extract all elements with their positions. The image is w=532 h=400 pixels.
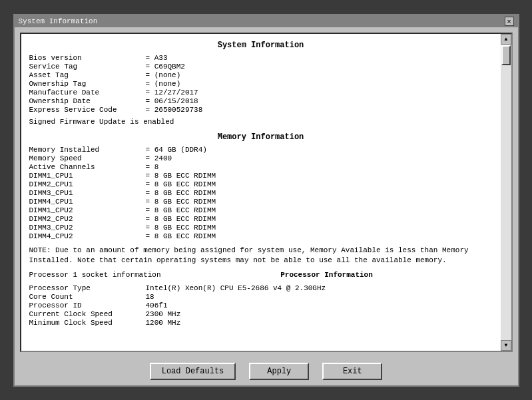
bios-field-label: Service Tag xyxy=(29,63,146,71)
bios-field-row: Service Tag= C69QBM2 xyxy=(29,63,493,71)
processor-field-value: 1200 MHz xyxy=(146,319,181,327)
memory-field-row: DIMM2_CPU2= 8 GB ECC RDIMM xyxy=(29,215,493,223)
bios-field-label: Manufacture Date xyxy=(29,89,146,97)
bios-field-row: Express Service Code= 26500529738 xyxy=(29,106,493,114)
bios-field-value: = A33 xyxy=(146,54,168,62)
bios-field-row: Manufacture Date= 12/27/2017 xyxy=(29,89,493,97)
scroll-area[interactable]: System Information Bios version= A33Serv… xyxy=(21,34,501,351)
title-bar: System Information ✕ xyxy=(15,15,518,27)
load-defaults-button[interactable]: Load Defaults xyxy=(150,363,236,380)
system-information-window: System Information ✕ System Information … xyxy=(13,14,519,387)
memory-field-label: DIMM1_CPU2 xyxy=(29,206,146,214)
memory-fields: Memory Installed= 64 GB (DDR4)Memory Spe… xyxy=(29,146,493,240)
memory-field-row: DIMM4_CPU2= 8 GB ECC RDIMM xyxy=(29,232,493,240)
bios-field-value: = (none) xyxy=(146,71,181,79)
memory-field-label: DIMM3_CPU2 xyxy=(29,224,146,232)
bios-field-value: = 12/27/2017 xyxy=(146,89,198,97)
bios-field-row: Bios version= A33 xyxy=(29,54,493,62)
memory-field-row: DIMM1_CPU1= 8 GB ECC RDIMM xyxy=(29,172,493,180)
bios-field-row: Ownership Tag= (none) xyxy=(29,80,493,88)
processor-field-row: Minimum Clock Speed1200 MHz xyxy=(29,319,493,327)
bios-field-row: Asset Tag= (none) xyxy=(29,71,493,79)
memory-field-label: DIMM2_CPU2 xyxy=(29,215,146,223)
processor-field-label: Current Clock Speed xyxy=(29,310,146,318)
bios-field-label: Asset Tag xyxy=(29,71,146,79)
processor-info-title: Processor Information xyxy=(161,271,493,279)
processor-field-label: Minimum Clock Speed xyxy=(29,319,146,327)
memory-field-value: = 8 GB ECC RDIMM xyxy=(146,189,216,197)
window-title: System Information xyxy=(19,17,98,25)
processor-socket-label: Processor 1 socket information xyxy=(29,271,161,279)
memory-field-row: DIMM3_CPU1= 8 GB ECC RDIMM xyxy=(29,189,493,197)
memory-field-value: = 8 GB ECC RDIMM xyxy=(146,232,216,240)
memory-field-value: = 8 GB ECC RDIMM xyxy=(146,172,216,180)
bios-field-label: Express Service Code xyxy=(29,106,146,114)
processor-field-label: Processor ID xyxy=(29,301,146,309)
memory-field-row: Memory Speed= 2400 xyxy=(29,154,493,162)
memory-field-value: = 8 GB ECC RDIMM xyxy=(146,180,216,188)
memory-field-value: = 8 GB ECC RDIMM xyxy=(146,215,216,223)
firmware-text: Signed Firmware Update is enabled xyxy=(29,118,493,126)
memory-field-label: DIMM2_CPU1 xyxy=(29,180,146,188)
window-content: System Information Bios version= A33Serv… xyxy=(15,27,518,357)
memory-field-label: DIMM3_CPU1 xyxy=(29,189,146,197)
bios-field-label: Ownership Tag xyxy=(29,80,146,88)
processor-field-row: Processor TypeIntel(R) Xeon(R) CPU E5-26… xyxy=(29,284,493,292)
memory-field-row: DIMM1_CPU2= 8 GB ECC RDIMM xyxy=(29,206,493,214)
bottom-bar: Load Defaults Apply Exit xyxy=(15,357,518,385)
bios-field-label: Bios version xyxy=(29,54,146,62)
apply-button[interactable]: Apply xyxy=(249,363,309,380)
scroll-track[interactable] xyxy=(501,45,511,340)
memory-field-label: DIMM1_CPU1 xyxy=(29,172,146,180)
memory-field-row: DIMM4_CPU1= 8 GB ECC RDIMM xyxy=(29,198,493,206)
memory-info-title: Memory Information xyxy=(29,132,493,142)
memory-field-label: Memory Installed xyxy=(29,146,146,154)
memory-field-row: DIMM3_CPU2= 8 GB ECC RDIMM xyxy=(29,224,493,232)
processor-field-value: Intel(R) Xeon(R) CPU E5-2686 v4 @ 2.30GH… xyxy=(146,284,326,292)
bios-field-label: Ownership Date xyxy=(29,97,146,105)
memory-field-label: DIMM4_CPU2 xyxy=(29,232,146,240)
exit-button[interactable]: Exit xyxy=(322,363,382,380)
close-button[interactable]: ✕ xyxy=(505,17,514,26)
processor-field-label: Processor Type xyxy=(29,284,146,292)
memory-field-label: Memory Speed xyxy=(29,154,146,162)
memory-field-value: = 8 GB ECC RDIMM xyxy=(146,224,216,232)
bios-field-row: Ownership Date= 06/15/2018 xyxy=(29,97,493,105)
scroll-thumb[interactable] xyxy=(501,45,511,65)
bios-field-value: = C69QBM2 xyxy=(146,63,185,71)
info-box-inner: System Information Bios version= A33Serv… xyxy=(21,34,511,351)
memory-field-value: = 2400 xyxy=(146,154,172,162)
info-box: System Information Bios version= A33Serv… xyxy=(20,33,513,352)
memory-divider: Memory Information xyxy=(29,132,493,142)
scroll-up-arrow[interactable]: ▲ xyxy=(501,34,511,45)
memory-field-row: DIMM2_CPU1= 8 GB ECC RDIMM xyxy=(29,180,493,188)
system-info-title: System Information xyxy=(29,41,493,50)
processor-field-row: Core Count18 xyxy=(29,293,493,301)
scrollbar[interactable]: ▲ ▼ xyxy=(501,34,511,351)
memory-field-value: = 64 GB (DDR4) xyxy=(146,146,207,154)
processor-field-row: Processor ID406f1 xyxy=(29,301,493,309)
memory-field-row: Active Channels= 8 xyxy=(29,163,493,171)
memory-field-value: = 8 GB ECC RDIMM xyxy=(146,198,216,206)
processor-fields: Processor TypeIntel(R) Xeon(R) CPU E5-26… xyxy=(29,284,493,327)
processor-section: Processor 1 socket information Processor… xyxy=(29,271,493,327)
scroll-down-arrow[interactable]: ▼ xyxy=(501,340,511,351)
bios-field-value: = 06/15/2018 xyxy=(146,97,198,105)
bios-fields: Bios version= A33Service Tag= C69QBM2Ass… xyxy=(29,54,493,114)
processor-field-value: 406f1 xyxy=(146,301,168,309)
memory-field-label: DIMM4_CPU1 xyxy=(29,198,146,206)
memory-field-value: = 8 GB ECC RDIMM xyxy=(146,206,216,214)
processor-field-label: Core Count xyxy=(29,293,146,301)
bios-field-value: = 26500529738 xyxy=(146,106,203,114)
bios-field-value: = (none) xyxy=(146,80,181,88)
memory-field-value: = 8 xyxy=(146,163,159,171)
memory-field-row: Memory Installed= 64 GB (DDR4) xyxy=(29,146,493,154)
memory-field-label: Active Channels xyxy=(29,163,146,171)
processor-field-value: 2300 MHz xyxy=(146,310,181,318)
processor-field-value: 18 xyxy=(146,293,154,301)
processor-field-row: Current Clock Speed2300 MHz xyxy=(29,310,493,318)
memory-note: NOTE: Due to an amount of memory being a… xyxy=(29,246,493,266)
